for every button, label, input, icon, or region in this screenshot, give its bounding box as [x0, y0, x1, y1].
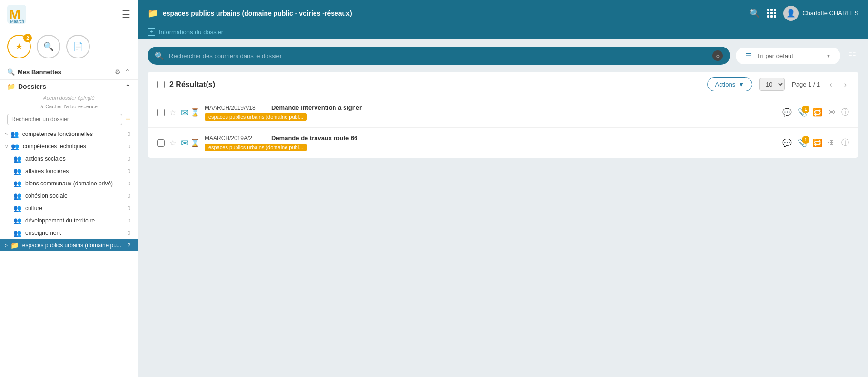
- share-icon-2[interactable]: 🔁: [813, 138, 822, 147]
- hourglass-icon: ⌛: [190, 108, 200, 117]
- select-all-checkbox[interactable]: [157, 81, 165, 88]
- filter-icon-button[interactable]: ☷: [846, 48, 858, 63]
- tree-item-count: 2: [128, 242, 130, 248]
- search-icon: 🔍: [43, 41, 54, 52]
- tree-item-count: 0: [128, 144, 130, 149]
- tree-item-competences-fonctionnelles[interactable]: > 👥 compétences fonctionnelles 0: [0, 128, 138, 140]
- result-row-inner-2: MAARCH/2019A/2 Demande de travaux route …: [205, 135, 778, 142]
- page-info: Page 1 / 1: [792, 81, 820, 88]
- tree-item-espaces-publics[interactable]: > 📁 espaces publics urbains (domaine pu.…: [0, 239, 138, 251]
- tree-item-count: 0: [128, 205, 130, 211]
- expand-info-icon[interactable]: +: [148, 28, 155, 36]
- search-nav-btn[interactable]: 🔍: [37, 35, 60, 58]
- comment-icon-2[interactable]: 💬: [782, 138, 792, 147]
- envelope-icon: ✉: [181, 107, 189, 118]
- expand-arrow-icon: ∨: [5, 144, 8, 149]
- tree-item-count: 0: [128, 156, 130, 162]
- view-icon-1[interactable]: 👁: [828, 108, 836, 117]
- dossiers-title: 📁 Dossiers: [7, 83, 46, 90]
- no-pinned-label: Aucun dossier épinglé: [0, 93, 138, 103]
- group-icon: 👥: [10, 130, 19, 138]
- tree-item-label: culture: [25, 205, 42, 212]
- actions-dropdown-arrow: ▼: [738, 81, 744, 88]
- info-icon-1[interactable]: ⓘ: [841, 107, 849, 117]
- tree-item-actions-sociales[interactable]: 👥 actions sociales 0: [0, 153, 138, 165]
- dossiers-collapse-icon[interactable]: ⌃: [125, 83, 130, 90]
- tree-item-competences-techniques[interactable]: ∨ 👥 compétences techniques 0: [0, 140, 138, 153]
- tree-item-count: 0: [128, 131, 130, 137]
- tree-item-culture[interactable]: 👥 culture 0: [0, 202, 138, 214]
- svg-text:Maarch: Maarch: [10, 19, 24, 24]
- tree-item-affaires-foncieres[interactable]: 👥 affaires foncières 0: [0, 165, 138, 177]
- result-star-2[interactable]: ☆: [169, 138, 176, 147]
- search-input[interactable]: [169, 52, 708, 59]
- result-checkbox-2[interactable]: [157, 139, 165, 147]
- tree-item-count: 0: [128, 230, 130, 236]
- top-bar: 📁 espaces publics urbains (domaine publi…: [138, 0, 868, 26]
- actions-label: Actions: [715, 81, 736, 88]
- tree-item-count: 0: [128, 181, 130, 186]
- per-page-select[interactable]: 10: [760, 78, 785, 91]
- attachment-icon-2[interactable]: 📎 1: [798, 138, 807, 147]
- share-icon-1[interactable]: 🔁: [813, 108, 822, 117]
- result-title-1[interactable]: Demande intervention à signer: [271, 104, 778, 111]
- add-document-icon: 📄: [73, 41, 83, 52]
- star-icon: ★: [15, 41, 23, 52]
- actions-button[interactable]: Actions ▼: [707, 77, 753, 91]
- hamburger-icon[interactable]: ☰: [122, 9, 130, 20]
- view-icon-2[interactable]: 👁: [828, 139, 836, 147]
- tree-item-label: compétences techniques: [23, 143, 86, 150]
- next-page-button[interactable]: ›: [842, 79, 849, 90]
- search-dossier-input[interactable]: [7, 114, 122, 125]
- breadcrumb-text: espaces publics urbains (domaine public …: [163, 10, 352, 17]
- tree-item-label: espaces publics urbains (domaine pu...: [22, 242, 121, 249]
- global-search-icon[interactable]: 🔍: [750, 8, 760, 19]
- user-area[interactable]: 👤 Charlotte CHARLES: [783, 6, 858, 21]
- result-tag-1: espaces publics urbains (domaine publ...: [205, 113, 307, 121]
- attachment-icon-1[interactable]: 📎 1: [798, 108, 807, 117]
- result-checkbox-1[interactable]: [157, 109, 165, 116]
- group-icon: 👥: [13, 217, 21, 224]
- info-icon-2[interactable]: ⓘ: [841, 138, 849, 148]
- tree-item-enseignement[interactable]: 👥 enseignement 0: [0, 227, 138, 239]
- group-icon: 👥: [13, 180, 21, 187]
- user-name: Charlotte CHARLES: [802, 10, 858, 17]
- apps-grid-icon[interactable]: [767, 9, 776, 18]
- result-row-2: ☆ ✉ ⌛ MAARCH/2019A/2 Demande de travaux …: [148, 128, 858, 158]
- breadcrumb-area: 📁 espaces publics urbains (domaine publi…: [148, 8, 352, 19]
- search-dossier-row: +: [0, 111, 138, 128]
- content-area: 🔍 ☼ ☰ Tri par défaut ▼ ☷ 2 Résultat(s) A…: [138, 39, 868, 377]
- tree-item-cohesion-sociale[interactable]: 👥 cohésion sociale 0: [0, 190, 138, 202]
- recent-searches-button[interactable]: ☼: [712, 50, 723, 61]
- tree-item-developpement[interactable]: 👥 développement du territoire 0: [0, 214, 138, 227]
- info-label: Informations du dossier: [159, 29, 223, 36]
- favorites-badge: 2: [23, 34, 32, 42]
- tree-item-label: cohésion sociale: [25, 193, 68, 199]
- result-row-inner-1: MAARCH/2019A/18 Demande intervention à s…: [205, 104, 778, 111]
- attachment-badge-2: 1: [802, 136, 809, 144]
- tree-item-label: affaires foncières: [25, 168, 69, 174]
- result-actions-right-2: 💬 📎 1 🔁 👁 ⓘ: [782, 138, 849, 148]
- comment-icon-1[interactable]: 💬: [782, 108, 792, 117]
- prev-page-button[interactable]: ‹: [827, 79, 834, 90]
- sort-label: Tri par défaut: [757, 52, 793, 59]
- results-actions: Actions ▼ 10 Page 1 / 1 ‹ ›: [707, 77, 849, 91]
- result-row-content-2: MAARCH/2019A/2 Demande de travaux route …: [205, 135, 778, 151]
- results-header: 2 Résultat(s) Actions ▼ 10 Page 1 / 1 ‹ …: [148, 72, 858, 97]
- add-dossier-button[interactable]: +: [125, 115, 130, 125]
- bannettes-actions: ⚙ ⌃: [115, 68, 130, 76]
- tree-item-count: 0: [128, 168, 130, 174]
- result-row-1: ☆ ✉ ⌛ MAARCH/2019A/18 Demande interventi…: [148, 97, 858, 128]
- collapse-icon[interactable]: ⌃: [125, 68, 130, 76]
- hide-tree-btn[interactable]: Cacher l'arborescence: [0, 103, 138, 111]
- tree-item-biens-communaux[interactable]: 👥 biens communaux (domaine privé) 0: [0, 177, 138, 190]
- sort-button[interactable]: ☰ Tri par défaut ▼: [736, 48, 840, 64]
- result-star-1[interactable]: ☆: [169, 108, 176, 117]
- result-ref-2: MAARCH/2019A/2: [205, 135, 266, 142]
- hourglass-icon: ⌛: [190, 138, 200, 147]
- result-title-2[interactable]: Demande de travaux route 66: [271, 135, 778, 142]
- sort-dropdown-arrow: ▼: [826, 53, 831, 58]
- favorites-nav-btn[interactable]: ★ 2: [7, 35, 31, 58]
- add-nav-btn[interactable]: 📄: [66, 35, 90, 58]
- gear-icon[interactable]: ⚙: [115, 68, 121, 76]
